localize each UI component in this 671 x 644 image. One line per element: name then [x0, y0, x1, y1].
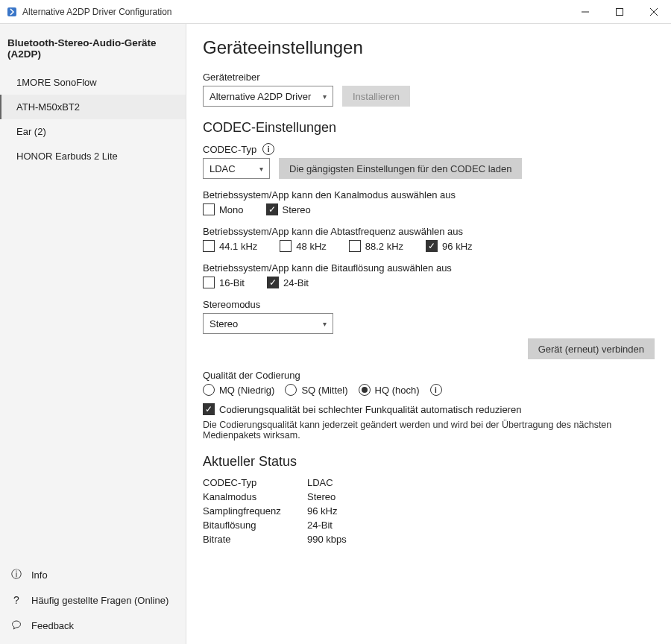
sidebar-feedback[interactable]: Feedback: [0, 613, 186, 638]
sidebar-item-device[interactable]: Ear (2): [0, 119, 186, 144]
status-value: 96 kHz: [307, 505, 655, 517]
quality-hint: Die Codierungsqualität kann jederzeit ge…: [203, 420, 655, 441]
driver-label: Gerätetreiber: [203, 72, 655, 83]
sidebar-header: Bluetooth-Stereo-Audio-Geräte (A2DP): [0, 24, 186, 70]
radio-sq[interactable]: SQ (Mittel): [285, 384, 347, 396]
sidebar: Bluetooth-Stereo-Audio-Geräte (A2DP) 1MO…: [0, 24, 186, 644]
checkbox-icon: ✓: [203, 403, 215, 415]
window-buttons: [568, 0, 671, 24]
status-heading: Aktueller Status: [203, 454, 655, 470]
driver-section: Gerätetreiber Alternative A2DP Driver ▾ …: [203, 72, 655, 107]
sidebar-bottom: ⓘ Info ? Häufig gestellte Fragen (Online…: [0, 562, 186, 644]
checkbox-441khz[interactable]: 44.1 kHz: [203, 240, 257, 252]
status-key: Bitauflösung: [203, 520, 307, 531]
driver-select[interactable]: Alternative A2DP Driver ▾: [203, 86, 333, 107]
app-icon: [6, 6, 18, 18]
radio-icon: [203, 384, 215, 396]
maximize-button[interactable]: [602, 0, 637, 24]
status-key: Bitrate: [203, 534, 307, 545]
checkbox-stereo[interactable]: ✓ Stereo: [266, 203, 311, 215]
titlebar: Alternative A2DP Driver Configuration: [0, 0, 671, 24]
sample-rate-section: Betriebssystem/App kann die Abtastfreque…: [203, 226, 655, 252]
checkbox-label: 88.2 kHz: [365, 241, 403, 252]
main-panel: Geräteeinstellungen Gerätetreiber Altern…: [186, 24, 671, 644]
sidebar-faq[interactable]: ? Häufig gestellte Fragen (Online): [0, 587, 186, 613]
checkbox-24bit[interactable]: ✓ 24-Bit: [267, 277, 309, 288]
checkbox-label: 48 kHz: [296, 241, 326, 252]
status-value: 990 kbps: [307, 534, 655, 545]
radio-hq[interactable]: HQ (hoch): [359, 384, 420, 396]
status-value: 24-Bit: [307, 520, 655, 531]
checkbox-882khz[interactable]: 88.2 kHz: [349, 240, 403, 252]
sidebar-info-label: Info: [31, 569, 48, 581]
status-key: CODEC-Typ: [203, 477, 307, 488]
bit-prompt: Betriebssystem/App kann die Bitauflösung…: [203, 262, 655, 274]
status-key: Kanalmodus: [203, 491, 307, 502]
checkbox-auto-reduce[interactable]: ✓ Codierungsqualität bei schlechter Funk…: [203, 403, 655, 415]
close-button[interactable]: [637, 0, 671, 24]
checkbox-16bit[interactable]: 16-Bit: [203, 277, 245, 288]
info-icon[interactable]: i: [430, 384, 442, 396]
checkbox-96khz[interactable]: ✓ 96 kHz: [426, 240, 472, 252]
info-icon: ⓘ: [10, 569, 22, 581]
status-grid: CODEC-Typ LDAC Kanalmodus Stereo Samplin…: [203, 477, 655, 545]
feedback-icon: [10, 619, 22, 631]
codec-heading: CODEC-Einstellungen: [203, 120, 655, 136]
checkbox-icon: ✓: [426, 240, 438, 252]
chevron-down-icon: ▾: [259, 165, 263, 173]
checkbox-label: 44.1 kHz: [219, 241, 257, 252]
window-title: Alternative A2DP Driver Configuration: [22, 7, 568, 17]
codec-type-select[interactable]: LDAC ▾: [203, 158, 270, 179]
question-icon: ?: [10, 594, 22, 606]
radio-label: HQ (hoch): [375, 385, 420, 396]
checkbox-label: 24-Bit: [283, 277, 309, 288]
checkbox-label: Mono: [219, 204, 244, 215]
stereo-mode-section: Stereomodus Stereo ▾ Gerät (erneut) verb…: [203, 299, 655, 359]
status-value: Stereo: [307, 491, 655, 502]
svg-rect-2: [617, 8, 623, 15]
sidebar-feedback-label: Feedback: [31, 620, 74, 631]
reconnect-button[interactable]: Gerät (erneut) verbinden: [528, 338, 655, 359]
checkbox-icon: ✓: [266, 203, 278, 215]
checkbox-icon: [349, 240, 361, 252]
checkbox-icon: [280, 240, 292, 252]
checkbox-48khz[interactable]: 48 kHz: [280, 240, 326, 252]
codec-type-section: CODEC-Typ i LDAC ▾ Die gängigsten Einste…: [203, 143, 655, 179]
checkbox-icon: ✓: [267, 277, 279, 288]
sidebar-item-device[interactable]: ATH-M50xBT2: [0, 95, 186, 119]
radio-icon: [285, 384, 297, 396]
status-key: Samplingfrequenz: [203, 505, 307, 517]
checkbox-icon: [203, 203, 215, 215]
install-button[interactable]: Installieren: [342, 86, 410, 107]
load-defaults-button[interactable]: Die gängigsten Einstellungen für den COD…: [279, 158, 522, 179]
page-title: Geräteeinstellungen: [203, 37, 655, 58]
quality-label: Qualität der Codierung: [203, 370, 655, 381]
driver-select-value: Alternative A2DP Driver: [210, 91, 311, 102]
radio-label: MQ (Niedrig): [219, 385, 274, 396]
checkbox-label: Codierungsqualität bei schlechter Funkqu…: [219, 404, 521, 415]
checkbox-label: 96 kHz: [442, 241, 472, 252]
checkbox-mono[interactable]: Mono: [203, 203, 244, 215]
checkbox-label: Stereo: [283, 204, 311, 215]
sidebar-faq-label: Häufig gestellte Fragen (Online): [31, 595, 168, 606]
channel-mode-section: Betriebssystem/App kann den Kanalmodus a…: [203, 189, 655, 215]
radio-mq[interactable]: MQ (Niedrig): [203, 384, 274, 396]
chevron-down-icon: ▾: [323, 92, 327, 101]
radio-icon: [359, 384, 371, 396]
svg-rect-0: [7, 7, 16, 16]
sidebar-item-device[interactable]: 1MORE SonoFlow: [0, 70, 186, 95]
stereo-mode-label: Stereomodus: [203, 299, 655, 310]
quality-section: Qualität der Codierung MQ (Niedrig) SQ (…: [203, 370, 655, 441]
chevron-down-icon: ▾: [323, 320, 327, 328]
checkbox-label: 16-Bit: [219, 277, 245, 288]
checkbox-icon: [203, 240, 215, 252]
sidebar-info[interactable]: ⓘ Info: [0, 562, 186, 587]
stereo-mode-value: Stereo: [210, 318, 238, 329]
codec-type-label: CODEC-Typ: [203, 144, 256, 155]
sidebar-item-device[interactable]: HONOR Earbuds 2 Lite: [0, 144, 186, 168]
status-value: LDAC: [307, 477, 655, 488]
minimize-button[interactable]: [568, 0, 602, 24]
stereo-mode-select[interactable]: Stereo ▾: [203, 313, 333, 334]
info-icon[interactable]: i: [262, 143, 274, 155]
radio-label: SQ (Mittel): [301, 385, 347, 396]
